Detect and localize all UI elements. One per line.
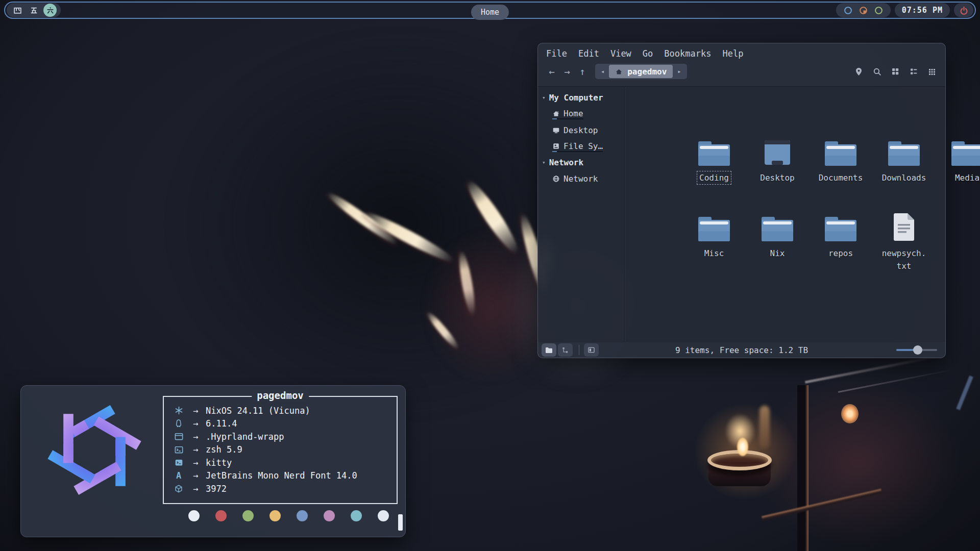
folder-icon (888, 140, 920, 166)
terminal-cursor (398, 514, 403, 531)
text-file-icon (892, 213, 916, 241)
nixos-logo (39, 395, 150, 505)
network-globe-icon (552, 175, 560, 183)
file-item-repos[interactable]: repos (809, 216, 872, 260)
top-bar-right: 07:56 PM (836, 3, 973, 17)
home-icon (552, 110, 560, 117)
palette-dot (378, 510, 389, 521)
file-item-desktop[interactable]: Desktop (746, 140, 809, 184)
palette-dot (215, 510, 227, 521)
zoom-slider[interactable] (896, 345, 937, 355)
compact-view-button[interactable] (925, 65, 939, 78)
file-manager-window: File Edit View Go Bookmarks Help ← → ↑ ◂… (537, 43, 946, 358)
menu-edit[interactable]: Edit (578, 48, 599, 59)
palette-dot (324, 510, 335, 521)
terminal-icon (175, 458, 183, 467)
packages-icon (174, 484, 183, 493)
cjk-six-glyph (46, 6, 55, 15)
home-icon (615, 68, 623, 76)
sidebar-section-my-computer[interactable]: ▾ My Computer (538, 90, 624, 106)
workspace-5[interactable] (27, 4, 40, 17)
menu-go[interactable]: Go (643, 48, 653, 59)
forward-button[interactable]: → (559, 66, 575, 77)
tray-app-icon-orange[interactable] (859, 6, 868, 15)
sidebar-item-network[interactable]: Network (538, 170, 624, 187)
status-text: 9 items, Free space: 1.2 TB (675, 345, 808, 355)
fetch-row-terminal: →kitty (172, 456, 388, 469)
folder-icon (698, 140, 730, 166)
status-bar: 9 items, Free space: 1.2 TB (538, 342, 945, 358)
sidebar-item-filesystem[interactable]: File Sy… (538, 138, 624, 155)
workspace-4[interactable] (11, 4, 24, 17)
status-separator (579, 345, 579, 355)
expander-icon[interactable]: ▾ (542, 94, 546, 101)
path-segment-home[interactable]: pagedmov (609, 65, 673, 78)
shell-icon (174, 445, 184, 455)
workspace-6-active[interactable] (43, 4, 57, 17)
list-view-button[interactable] (906, 65, 921, 78)
fetch-row-shell: →zsh 5.9 (172, 443, 388, 457)
search-icon (873, 67, 881, 76)
top-bar: Home 07:56 PM (4, 2, 976, 19)
path-scroll-left-icon[interactable]: ◂ (596, 68, 609, 75)
list-view-icon (910, 67, 918, 76)
sidebar-section-network[interactable]: ▾ Network (538, 155, 624, 170)
cjk-five-glyph (30, 6, 38, 15)
slider-knob[interactable] (913, 345, 922, 355)
pin-icon (854, 67, 863, 76)
terminal-color-palette (188, 510, 389, 521)
file-grid: Coding Desktop Documents (625, 87, 945, 342)
terminal-window[interactable]: pagedmov →NixOS 24.11 (Vicuna) →6.11.4 →… (20, 385, 406, 537)
path-scroll-right-icon[interactable]: ▸ (673, 68, 685, 75)
tray-app-icon-green[interactable] (874, 6, 883, 15)
folder-mini-icon (545, 347, 553, 354)
desktop-folder-icon (764, 140, 791, 166)
sidebar-item-desktop[interactable]: Desktop (538, 122, 624, 138)
filesystem-icon (552, 142, 560, 150)
toggle-side-pane-button[interactable] (584, 343, 599, 357)
location-button[interactable] (851, 65, 866, 78)
file-item-nix[interactable]: Nix (746, 216, 809, 260)
fastfetch-username: pagedmov (252, 390, 309, 401)
file-item-coding[interactable]: Coding (682, 140, 746, 184)
file-manager-body: ▾ My Computer Home Desktop File Sy… (538, 86, 945, 342)
folder-icon (762, 216, 793, 241)
file-item-newpsych-txt[interactable]: newpsych. txt (872, 216, 936, 272)
palette-dot (351, 510, 362, 521)
fetch-row-os: →NixOS 24.11 (Vicuna) (172, 404, 388, 417)
show-tree-button[interactable] (558, 343, 573, 357)
file-item-downloads[interactable]: Downloads (872, 140, 936, 184)
folder-icon (825, 140, 856, 166)
fetch-row-wm: →.Hyprland-wrapp (172, 430, 388, 443)
tree-mini-icon (561, 346, 569, 354)
palette-dot (270, 510, 281, 521)
nix-os-icon (174, 406, 184, 415)
search-button[interactable] (870, 65, 884, 78)
menu-bookmarks[interactable]: Bookmarks (664, 48, 711, 59)
active-window-title: Home (471, 5, 509, 20)
system-tray (836, 3, 891, 17)
fetch-row-kernel: →6.11.4 (172, 417, 388, 431)
menu-view[interactable]: View (610, 48, 631, 59)
expander-icon[interactable]: ▾ (542, 159, 546, 166)
file-item-documents[interactable]: Documents (809, 140, 872, 184)
fetch-row-packages: →3972 (172, 482, 388, 495)
fastfetch-box: pagedmov →NixOS 24.11 (Vicuna) →6.11.4 →… (163, 396, 398, 504)
file-item-media[interactable]: Media (936, 140, 980, 184)
fetch-row-font: A →JetBrains Mono Nerd Font 14.0 (172, 469, 388, 483)
sidebar-item-home[interactable]: Home (538, 106, 624, 122)
tray-app-icon-blue[interactable] (844, 6, 852, 15)
power-button[interactable] (954, 3, 973, 17)
clock[interactable]: 07:56 PM (895, 3, 950, 17)
folder-icon (825, 216, 856, 241)
file-item-misc[interactable]: Misc (682, 216, 746, 260)
kernel-penguin-icon (174, 419, 183, 428)
menu-file[interactable]: File (546, 48, 567, 59)
icon-view-button[interactable] (888, 65, 902, 78)
workspace-switcher (7, 3, 61, 17)
back-button[interactable]: ← (544, 66, 559, 77)
show-folders-button[interactable] (542, 343, 556, 357)
folder-icon (698, 216, 730, 241)
menu-help[interactable]: Help (722, 48, 743, 59)
up-button[interactable]: ↑ (575, 66, 590, 77)
